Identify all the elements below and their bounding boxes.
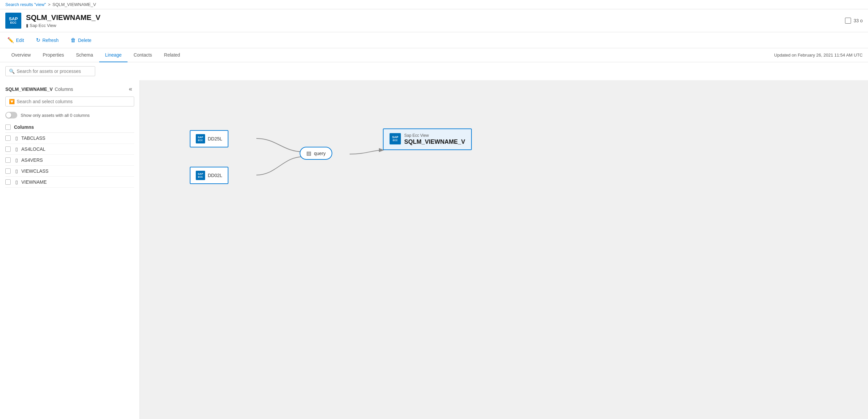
list-item: ▯ AS4LOCAL	[5, 144, 134, 155]
refresh-icon: ↻	[36, 37, 40, 43]
toolbar: ✏️ Edit ↻ Refresh 🗑 Delete	[0, 32, 868, 48]
columns-header-label: Columns	[14, 125, 34, 130]
col-checkbox-tabclass[interactable]	[5, 135, 11, 141]
tab-contacts[interactable]: Contacts	[127, 48, 158, 62]
updated-text: Updated on February 26, 2021 11:54 AM UT…	[774, 53, 863, 58]
tab-lineage[interactable]: Lineage	[99, 48, 128, 62]
lineage-node-target[interactable]: SAP ECC Sap Ecc View SQLM_VIEWNAME_V	[383, 128, 472, 150]
select-all-checkbox[interactable]	[5, 125, 11, 130]
collapse-panel-button[interactable]: «	[127, 85, 134, 93]
columns-panel: SQLM_VIEWNAME_V Columns « 🔽 Show only as…	[0, 80, 140, 419]
node-label-dd02l: DD02L	[208, 173, 222, 178]
delete-icon: 🗑	[70, 37, 76, 43]
col-icon-viewname: ▯	[15, 180, 18, 185]
header-counter: 33 o	[854, 18, 863, 23]
col-name-viewname: VIEWNAME	[21, 180, 46, 185]
col-icon-as4vers: ▯	[15, 157, 18, 163]
panel-columns-label: Columns	[55, 87, 73, 92]
search-bar-row: 🔍	[0, 62, 868, 80]
columns-header-row: Columns	[5, 122, 134, 133]
sap-ecc-icon: SAP ECC	[196, 134, 205, 143]
target-type: Sap Ecc View	[404, 133, 465, 138]
target-text-block: Sap Ecc View SQLM_VIEWNAME_V	[404, 133, 465, 146]
tab-properties[interactable]: Properties	[37, 48, 70, 62]
sap-ecc-icon-2: SAP ECC	[196, 171, 205, 180]
breadcrumb-current: SQLM_VIEWNAME_V	[53, 2, 96, 7]
col-icon-viewclass: ▯	[15, 168, 18, 174]
list-item: ▯ VIEWCLASS	[5, 166, 134, 177]
search-icon: 🔍	[9, 69, 14, 74]
list-item: ▯ AS4VERS	[5, 155, 134, 166]
list-item: ▯ TABCLASS	[5, 133, 134, 144]
delete-button[interactable]: 🗑 Delete	[69, 36, 93, 44]
col-name-viewclass: VIEWCLASS	[21, 168, 49, 174]
tabs-left: Overview Properties Schema Lineage Conta…	[5, 48, 186, 62]
breadcrumb: Search results "view" > SQLM_VIEWNAME_V	[0, 0, 868, 9]
asset-name: SQLM_VIEWNAME_V	[26, 13, 840, 22]
sap-logo: SAP ECC	[5, 13, 21, 29]
col-checkbox-as4local[interactable]	[5, 147, 11, 152]
asset-type-icon: ▮	[26, 23, 28, 28]
tab-schema[interactable]: Schema	[70, 48, 99, 62]
node-label-query: query	[314, 151, 326, 156]
toggle-knob	[6, 112, 11, 118]
col-name-as4vers: AS4VERS	[21, 157, 43, 163]
panel-title: SQLM_VIEWNAME_V Columns	[5, 87, 73, 92]
list-item: ▯ VIEWNAME	[5, 177, 134, 188]
col-icon-tabclass: ▯	[15, 135, 18, 141]
column-search-input[interactable]	[17, 99, 130, 104]
col-name-as4local: AS4LOCAL	[21, 147, 45, 152]
lineage-node-dd25l[interactable]: SAP ECC DD25L	[190, 130, 228, 148]
column-search-icon: 🔽	[9, 99, 14, 104]
asset-search-wrap[interactable]: 🔍	[5, 66, 95, 76]
asset-search-input[interactable]	[17, 69, 92, 74]
tab-related[interactable]: Related	[158, 48, 186, 62]
toggle-switch[interactable]	[5, 112, 17, 119]
edit-icon: ✏️	[7, 37, 14, 43]
col-icon-as4local: ▯	[15, 147, 18, 152]
lineage-body: SQLM_VIEWNAME_V Columns « 🔽 Show only as…	[0, 80, 868, 419]
toggle-row: Show only assets with all 0 columns	[0, 110, 140, 122]
col-checkbox-viewclass[interactable]	[5, 168, 11, 174]
panel-entity-name: SQLM_VIEWNAME_V	[5, 87, 53, 92]
col-checkbox-as4vers[interactable]	[5, 157, 11, 163]
refresh-button[interactable]: ↻ Refresh	[34, 36, 61, 44]
asset-type: ▮ Sap Ecc View	[26, 23, 840, 28]
lineage-canvas: SAP ECC DD25L SAP ECC DD02L ▤ query	[140, 80, 868, 419]
asset-title-block: SQLM_VIEWNAME_V ▮ Sap Ecc View	[26, 13, 840, 28]
node-label-dd25l: DD25L	[208, 136, 222, 141]
column-search-wrap[interactable]: 🔽	[5, 97, 134, 106]
col-checkbox-viewname[interactable]	[5, 180, 11, 185]
breadcrumb-separator: >	[48, 2, 51, 7]
tabs-bar: Overview Properties Schema Lineage Conta…	[0, 48, 868, 62]
asset-header: SAP ECC SQLM_VIEWNAME_V ▮ Sap Ecc View 3…	[0, 9, 868, 32]
breadcrumb-link[interactable]: Search results "view"	[5, 2, 46, 7]
header-checkbox[interactable]	[845, 18, 851, 24]
lineage-node-dd02l[interactable]: SAP ECC DD02L	[190, 167, 228, 184]
lineage-node-query[interactable]: ▤ query	[300, 147, 332, 160]
main-content: 🔍 SQLM_VIEWNAME_V Columns « 🔽	[0, 62, 868, 419]
header-right: 33 o	[845, 18, 863, 24]
panel-header: SQLM_VIEWNAME_V Columns «	[0, 80, 140, 97]
target-sap-icon: SAP ECC	[390, 133, 401, 144]
columns-list: Columns ▯ TABCLASS ▯ AS4LOCAL ▯ AS4VERS	[0, 122, 140, 188]
tab-overview[interactable]: Overview	[5, 48, 37, 62]
toggle-label: Show only assets with all 0 columns	[21, 113, 90, 118]
query-icon: ▤	[306, 150, 311, 156]
lineage-connections	[140, 80, 868, 419]
col-name-tabclass: TABCLASS	[21, 135, 45, 141]
edit-button[interactable]: ✏️ Edit	[5, 36, 26, 44]
target-name: SQLM_VIEWNAME_V	[404, 138, 465, 146]
